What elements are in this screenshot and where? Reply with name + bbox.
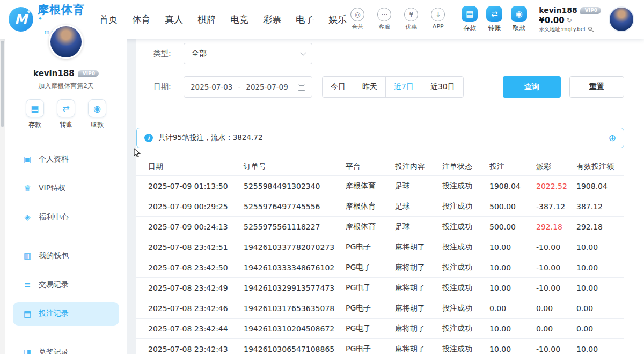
sidebar-menu: ▣ 个人资料 ♛ VIP特权 ◈ 福利中心 ▥ — [5, 148, 127, 354]
balance: ¥0.00 — [539, 16, 564, 26]
cell-bet-content: 麻将胡了 — [395, 344, 442, 354]
cell-order-number: 5255976497745556 — [244, 202, 346, 211]
wallet-action-label: 取款 — [513, 24, 525, 33]
cell-valid-amount: 10.00 — [576, 284, 624, 292]
sidebar-menu-item-label: 兑奖记录 — [39, 348, 69, 354]
sidebar-wallet-action-button[interactable]: ⇄ 转账 — [57, 99, 75, 129]
cell-bet-content: 麻将胡了 — [395, 304, 442, 313]
cell-order-number: 5255984491302340 — [244, 182, 346, 190]
cell-bet-amount: 0.00 — [489, 304, 536, 313]
sidebar-menu-item[interactable]: ≡ 交易记录 — [13, 273, 119, 297]
date-range-picker[interactable]: 2025-07-03 - 2025-07-09 — [184, 76, 312, 98]
redeem-records-icon: ◨ — [23, 348, 32, 354]
date-end-value: 2025-07-09 — [246, 83, 288, 91]
wallet-action-label: 存款 — [463, 24, 476, 33]
avatar[interactable] — [609, 6, 634, 32]
wallet-action-button[interactable]: ⇄ 转账 — [486, 6, 502, 33]
sidebar-vip-badge: VIP0 — [78, 70, 99, 77]
refresh-balance-icon[interactable]: ↻ — [567, 17, 572, 25]
withdraw-icon: ◉ — [511, 6, 527, 22]
table-body: 2025-07-09 01:13:50 5255984491302340 摩根体… — [136, 176, 624, 354]
date-separator: - — [238, 83, 240, 91]
info-icon: i — [144, 134, 153, 142]
sidebar-menu-item[interactable]: ♛ VIP特权 — [13, 176, 119, 200]
reset-button[interactable]: 重置 — [569, 76, 624, 98]
type-select[interactable]: 全部 — [184, 43, 312, 64]
cell-platform: PG电子 — [346, 283, 395, 293]
partner-icon: ◎ — [350, 8, 364, 21]
logo-icon: M ◆ — [9, 7, 33, 32]
app-download-icon: ↓ — [431, 8, 445, 21]
cell-bet-content: 足球 — [395, 222, 442, 232]
nav-item[interactable]: 体育 — [132, 13, 150, 26]
top-navbar: M ◆ 摩根体育 mgty.bet 首页 体育 真人 棋牌 电竞 彩票 — [0, 0, 644, 39]
sidebar-menu-item-label: 个人资料 — [39, 154, 69, 164]
wallet-action-label: 转账 — [488, 24, 501, 33]
wallet-action-button[interactable]: ▤ 存款 — [462, 6, 478, 33]
column-header: 日期 — [148, 162, 244, 172]
cell-order-number: 1942610310204508672 — [244, 324, 346, 333]
quick-link[interactable]: ¥ 优惠 — [400, 8, 422, 31]
range-button[interactable]: 近7日 — [385, 76, 422, 98]
range-button[interactable]: 今日 — [322, 76, 354, 98]
sidebar-menu-item[interactable]: ▣ 个人资料 — [13, 148, 119, 171]
sidebar-menu-item[interactable]: ◈ 福利中心 — [13, 205, 119, 229]
sidebar-avatar[interactable] — [49, 25, 83, 59]
nav-item[interactable]: 彩票 — [263, 13, 281, 26]
content-area: kevin188 VIP0 加入摩根体育第2天 ▤ 存款 ⇄ 转账 — [0, 39, 644, 354]
sidebar-wallet-action-label: 转账 — [60, 120, 72, 129]
chevron-down-icon — [300, 49, 306, 55]
date-start-value: 2025-07-03 — [191, 83, 232, 91]
sidebar-wallet-action-button[interactable]: ◉ 取款 — [88, 99, 106, 129]
page: M ◆ 摩根体育 mgty.bet 首页 体育 真人 棋牌 电竞 彩票 — [0, 0, 644, 354]
quick-link[interactable]: ↓ APP — [427, 8, 449, 31]
sidebar-wallet-action-label: 存款 — [28, 120, 41, 129]
cell-payout: -10.00 — [536, 243, 576, 252]
main-nav: 首页 体育 真人 棋牌 电竞 彩票 电子 娱乐 — [99, 13, 347, 26]
username: kevin188 — [539, 6, 577, 16]
scrollbar-thumb[interactable] — [1, 41, 4, 127]
sidebar-wallet-action-button[interactable]: ▤ 存款 — [26, 99, 44, 129]
cell-platform: 摩根体育 — [346, 202, 395, 211]
column-header: 订单号 — [244, 162, 346, 172]
cell-platform: PG电子 — [346, 344, 395, 354]
cell-date: 2025-07-08 23:42:46 — [148, 304, 244, 313]
nav-item[interactable]: 电竞 — [230, 13, 248, 26]
quick-link[interactable]: ◎ 合营 — [347, 8, 368, 31]
nav-item[interactable]: 娱乐 — [328, 13, 347, 26]
nav-item[interactable]: 首页 — [99, 13, 118, 26]
wallet-action-button[interactable]: ◉ 取款 — [511, 6, 527, 33]
nav-item[interactable]: 真人 — [165, 13, 183, 26]
column-header: 注单状态 — [442, 162, 489, 172]
quick-link-label: 优惠 — [405, 23, 417, 31]
spark-icon: ◆ — [27, 9, 31, 14]
expand-icon[interactable]: ⊕ — [609, 134, 616, 143]
nav-item[interactable]: 电子 — [296, 13, 314, 26]
cell-bet-amount: 1908.04 — [489, 182, 536, 190]
cell-date: 2025-07-08 23:42:50 — [148, 263, 244, 272]
sidebar-menu-item[interactable]: ◨ 兑奖记录 — [13, 341, 119, 354]
sidebar-menu-item[interactable]: ▥ 我的钱包 — [13, 244, 119, 268]
table-row: 2025-07-08 23:42:49 1942610329913577473 … — [136, 278, 624, 298]
column-header: 投注内容 — [395, 162, 442, 172]
range-button[interactable]: 昨天 — [354, 76, 386, 98]
welfare-icon: ◈ — [23, 212, 32, 222]
query-button[interactable]: 查询 — [503, 76, 561, 98]
transfer-icon: ⇄ — [486, 6, 502, 22]
sidebar-menu-item[interactable]: ▤ 投注记录 — [13, 302, 119, 326]
cell-order-number: 1942610306547108865 — [244, 345, 346, 353]
date-label: 日期: — [153, 82, 176, 92]
cell-order-number: 1942610329913577473 — [244, 284, 346, 292]
table-row: 2025-07-09 01:13:50 5255984491302340 摩根体… — [136, 176, 624, 196]
cell-date: 2025-07-09 01:13:50 — [148, 182, 244, 190]
sidebar-wallet-actions: ▤ 存款 ⇄ 转账 ◉ 取款 — [5, 99, 127, 129]
cell-bet-content: 麻将胡了 — [395, 283, 442, 293]
quick-link[interactable]: ⋯ 客服 — [374, 8, 395, 31]
range-button[interactable]: 近30日 — [422, 76, 464, 98]
table-row: 2025-07-08 23:42:46 1942610317653635078 … — [136, 298, 624, 319]
cell-bet-content: 足球 — [395, 202, 442, 211]
user-info: kevin188 VIP0 ¥0.00 ↻ 永久地址:mgty.bet — [539, 6, 601, 33]
nav-item[interactable]: 棋牌 — [197, 13, 216, 26]
cell-payout: -10.00 — [536, 345, 576, 353]
magnifier-icon[interactable] — [588, 27, 594, 33]
